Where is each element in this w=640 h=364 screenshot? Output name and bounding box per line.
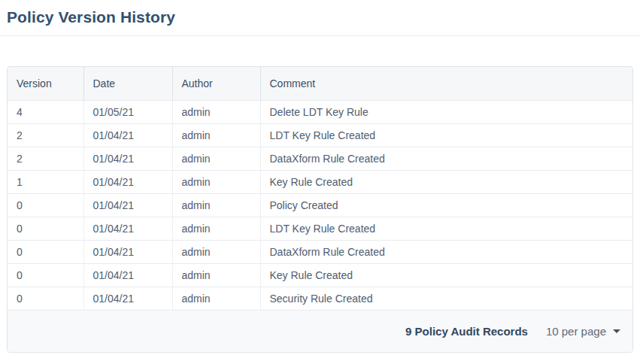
cell-comment: DataXform Rule Created xyxy=(260,240,632,263)
cell-author: admin xyxy=(172,263,260,287)
records-count-label: 9 Policy Audit Records xyxy=(405,325,528,338)
cell-version: 1 xyxy=(8,170,83,193)
column-header-author: Author xyxy=(172,67,260,100)
table-row: 001/04/21adminPolicy Created xyxy=(8,193,632,217)
cell-version: 4 xyxy=(8,100,83,123)
cell-date: 01/04/21 xyxy=(83,193,172,217)
table-row: 201/04/21adminDataXform Rule Created xyxy=(8,147,632,170)
table-header-row: VersionDateAuthorComment xyxy=(8,67,632,100)
cell-author: admin xyxy=(172,170,260,193)
cell-comment: Policy Created xyxy=(260,193,632,217)
cell-date: 01/04/21 xyxy=(83,240,172,263)
policy-audit-card: VersionDateAuthorComment 401/05/21adminD… xyxy=(7,66,633,353)
cell-author: admin xyxy=(172,287,260,310)
cell-date: 01/04/21 xyxy=(83,263,172,287)
cell-date: 01/04/21 xyxy=(83,170,172,193)
cell-date: 01/04/21 xyxy=(83,147,172,170)
table-row: 201/04/21adminLDT Key Rule Created xyxy=(8,123,632,147)
table-body: 401/05/21adminDelete LDT Key Rule201/04/… xyxy=(8,100,632,310)
cell-version: 2 xyxy=(8,123,83,147)
page-size-label: 10 per page xyxy=(546,325,606,338)
column-header-comment: Comment xyxy=(260,67,632,100)
column-header-date: Date xyxy=(83,67,172,100)
cell-author: admin xyxy=(172,193,260,217)
table-row: 001/04/21adminKey Rule Created xyxy=(8,263,632,287)
cell-comment: DataXform Rule Created xyxy=(260,147,632,170)
table-row: 401/05/21adminDelete LDT Key Rule xyxy=(8,100,632,123)
cell-date: 01/04/21 xyxy=(83,123,172,147)
cell-comment: Delete LDT Key Rule xyxy=(260,100,632,123)
page-size-dropdown[interactable]: 10 per page xyxy=(546,325,620,338)
cell-comment: LDT Key Rule Created xyxy=(260,217,632,240)
cell-author: admin xyxy=(172,240,260,263)
cell-author: admin xyxy=(172,217,260,240)
cell-version: 2 xyxy=(8,147,83,170)
cell-version: 0 xyxy=(8,287,83,310)
cell-comment: Key Rule Created xyxy=(260,263,632,287)
policy-audit-table: VersionDateAuthorComment 401/05/21adminD… xyxy=(8,67,632,311)
cell-version: 0 xyxy=(8,217,83,240)
page-title: Policy Version History xyxy=(7,6,640,29)
page-header: Policy Version History xyxy=(0,0,640,29)
cell-comment: LDT Key Rule Created xyxy=(260,123,632,147)
table-row: 001/04/21adminDataXform Rule Created xyxy=(8,240,632,263)
cell-version: 0 xyxy=(8,240,83,263)
cell-date: 01/04/21 xyxy=(83,217,172,240)
cell-author: admin xyxy=(172,100,260,123)
title-divider xyxy=(0,35,640,36)
table-row: 001/04/21adminSecurity Rule Created xyxy=(8,287,632,310)
column-header-version: Version xyxy=(8,67,83,100)
cell-version: 0 xyxy=(8,263,83,287)
table-row: 001/04/21adminLDT Key Rule Created xyxy=(8,217,632,240)
cell-date: 01/05/21 xyxy=(83,100,172,123)
cell-comment: Key Rule Created xyxy=(260,170,632,193)
cell-author: admin xyxy=(172,123,260,147)
chevron-down-icon xyxy=(613,329,620,333)
table-footer: 9 Policy Audit Records 10 per page xyxy=(8,311,632,352)
table-head: VersionDateAuthorComment xyxy=(8,67,632,100)
table-row: 101/04/21adminKey Rule Created xyxy=(8,170,632,193)
cell-comment: Security Rule Created xyxy=(260,287,632,310)
cell-author: admin xyxy=(172,147,260,170)
cell-version: 0 xyxy=(8,193,83,217)
cell-date: 01/04/21 xyxy=(83,287,172,310)
